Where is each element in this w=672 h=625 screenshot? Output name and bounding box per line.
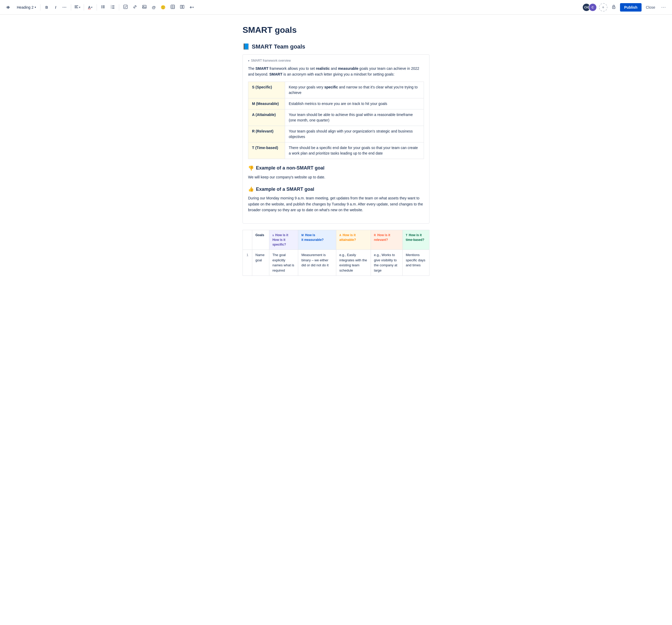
image-icon [142, 4, 147, 10]
callout-header: ▾ SMART framework overview [248, 59, 424, 62]
more-options-button[interactable]: ··· [659, 3, 668, 11]
goals-col-header-num [243, 230, 252, 250]
svg-point-26 [613, 7, 614, 8]
add-collaborator-button[interactable]: + [599, 3, 607, 11]
svg-rect-7 [102, 6, 105, 7]
avatar-c: C [589, 3, 597, 11]
mention-icon: @ [152, 5, 156, 9]
goals-col-header-goals: Goals [252, 230, 269, 250]
smart-table: S (Specific) Keep your goals very specif… [248, 82, 424, 159]
specific-bold: How is it specific? [272, 238, 286, 246]
insert-more-button[interactable]: + ▾ [187, 3, 196, 11]
svg-rect-24 [183, 5, 184, 8]
goals-col-header-timebased: T How is it time-based? [402, 230, 429, 250]
bullet-list-icon [101, 5, 105, 10]
toolbar-divider-5 [119, 4, 119, 10]
image-button[interactable] [140, 3, 149, 11]
smart-desc-m: Establish metrics to ensure you are on t… [285, 98, 424, 109]
smart-desc-a: Your team should be able to achieve this… [285, 109, 424, 126]
toolbar: Heading 2 ▾ B I ··· ▾ A ▾ [0, 0, 672, 15]
svg-point-18 [143, 6, 144, 7]
smart-goal-heading: 👍 Example of a SMART goal [248, 186, 424, 192]
task-button[interactable] [121, 3, 130, 11]
section-emoji: 📘 [243, 43, 250, 50]
toolbar-right: CK C + Publish Close ··· [582, 3, 668, 11]
thumbs-up-emoji: 👍 [248, 186, 254, 192]
attainable-header-text: How is itattainable? [339, 233, 356, 242]
link-icon [133, 4, 137, 10]
goals-table-row-1: 1 Name goal The goal explicitly names wh… [243, 250, 429, 276]
smart-desc-s: Keep your goals very specific and narrow… [285, 82, 424, 98]
measurable-letter: M [301, 233, 304, 237]
emoji-icon: 🙂 [161, 5, 166, 10]
bullet-list-button[interactable] [99, 3, 107, 11]
align-button[interactable]: ▾ [73, 3, 82, 11]
goals-row-measurable: Measurement is binary – we either did or… [298, 250, 336, 276]
lock-button[interactable] [609, 3, 618, 11]
goals-label: Goals [256, 233, 264, 237]
task-icon [123, 4, 128, 10]
relevant-letter: R [374, 233, 376, 237]
table-row: M (Measurable) Establish metrics to ensu… [248, 98, 424, 109]
goals-col-header-specific: s How is itHow is it specific? [269, 230, 298, 250]
chevron-down-icon: ▾ [248, 59, 249, 62]
goals-row-num: 1 [243, 250, 252, 276]
svg-point-8 [101, 8, 102, 8]
align-icon [74, 5, 78, 10]
goals-row-attainable: e.g., Easily integrates with the existin… [336, 250, 371, 276]
svg-text:3: 3 [111, 7, 112, 9]
bold-button[interactable]: B [43, 3, 51, 11]
smart-desc-t: There should be a specific end date for … [285, 142, 424, 159]
smart-letter-s: S (Specific) [248, 82, 285, 98]
table-row: A (Attainable) Your team should be able … [248, 109, 424, 126]
close-button[interactable]: Close [644, 3, 657, 11]
toolbar-divider-1 [40, 4, 41, 10]
non-smart-text: We will keep our company's website up to… [248, 174, 424, 180]
mention-button[interactable]: @ [150, 3, 158, 11]
goals-row-goal: Name goal [252, 250, 269, 276]
timebased-header-text: How is it time-based? [406, 233, 425, 242]
thumbs-down-emoji: 👎 [248, 165, 254, 171]
svg-rect-2 [75, 6, 77, 7]
svg-rect-17 [143, 5, 146, 8]
format-group: B I ··· [43, 3, 69, 11]
heading-selector-label: Heading 2 [17, 5, 33, 9]
goals-row-relevant: e.g., Works to give visibility to the co… [371, 250, 402, 276]
numbered-list-button[interactable]: 1 2 3 [109, 3, 117, 11]
timebased-letter: T [406, 233, 407, 237]
goals-col-header-measurable: M How isit measurable? [298, 230, 336, 250]
avatar-group: CK C [582, 3, 597, 11]
svg-point-6 [101, 6, 102, 7]
callout-label: SMART framework overview [251, 59, 291, 62]
measurable-header-text: How isit measurable? [301, 233, 324, 242]
svg-rect-5 [102, 5, 105, 6]
smart-desc-r: Your team goals should align with your o… [285, 126, 424, 142]
heading-selector[interactable]: Heading 2 ▾ [15, 4, 38, 10]
smart-letter-r: R (Relevant) [248, 126, 285, 142]
svg-rect-11 [112, 5, 115, 6]
logo-icon [4, 4, 11, 11]
table-row: R (Relevant) Your team goals should alig… [248, 126, 424, 142]
smart-letter-t: T (Time-based) [248, 142, 285, 159]
more-format-button[interactable]: ··· [61, 3, 69, 11]
emoji-button[interactable]: 🙂 [159, 3, 167, 11]
layout-button[interactable] [178, 3, 186, 11]
callout-body: The SMART framework allows you to set re… [248, 66, 424, 77]
smart-goal-text: During our Monday morning 9 a.m. team me… [248, 195, 424, 213]
table-button[interactable] [169, 3, 177, 11]
color-button[interactable]: A ▾ [86, 3, 95, 11]
svg-rect-13 [112, 7, 115, 7]
svg-rect-9 [102, 8, 105, 8]
svg-rect-3 [75, 8, 78, 8]
page-title: SMART goals [243, 25, 429, 35]
svg-point-4 [101, 5, 102, 6]
numbered-list-icon: 1 2 3 [111, 5, 115, 10]
italic-button[interactable]: I [51, 3, 60, 11]
link-button[interactable] [131, 3, 139, 11]
relevant-header-text: How is itrelevant? [374, 233, 390, 242]
section-heading-1: 📘 SMART Team goals [243, 43, 429, 50]
svg-rect-15 [112, 8, 115, 9]
publish-button[interactable]: Publish [620, 3, 642, 11]
section-heading-text: SMART Team goals [252, 43, 305, 50]
specific-letter: s [272, 233, 274, 237]
